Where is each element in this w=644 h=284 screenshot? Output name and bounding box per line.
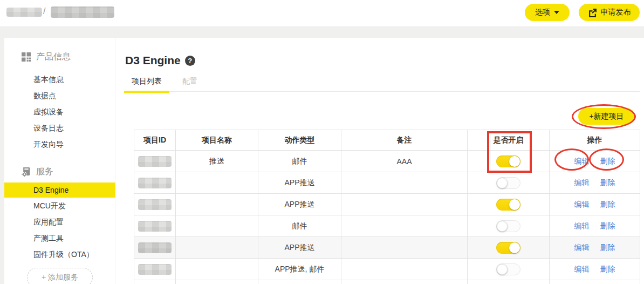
delete-link[interactable]: 删除 xyxy=(600,157,615,165)
delete-link[interactable]: 删除 xyxy=(600,265,615,273)
cell-remark xyxy=(341,215,468,237)
page: / 选项 申请发布 xyxy=(0,0,644,284)
cell-enabled xyxy=(468,151,550,172)
sidebar-item-d3-engine[interactable]: D3 Engine xyxy=(4,182,115,198)
cell-enabled xyxy=(468,280,550,284)
cell-project-id xyxy=(134,194,176,215)
sidebar-item-数据点[interactable]: 数据点 xyxy=(4,87,115,104)
edit-link[interactable]: 编辑 xyxy=(574,265,590,273)
edit-link[interactable]: 编辑 xyxy=(574,221,590,230)
sidebar-section-product-info: 产品信息 xyxy=(22,51,71,63)
delete-link[interactable]: 删除 xyxy=(600,221,615,230)
redacted-project-id xyxy=(138,264,172,275)
cell-remark xyxy=(341,172,468,194)
enable-toggle-off[interactable] xyxy=(496,177,520,189)
add-service-button[interactable]: + 添加服务 xyxy=(27,268,93,284)
breadcrumb-redacted-product xyxy=(51,6,114,18)
enable-toggle-off[interactable] xyxy=(496,263,520,275)
sidebar: 产品信息 基本信息数据点虚拟设备设备日志开发向导 服务 D3 EngineMCU… xyxy=(4,38,115,284)
sidebar-item-固件升级（ota）[interactable]: 固件升级（OTA） xyxy=(4,246,115,262)
cell-operations: 编辑删除 xyxy=(550,151,640,172)
sidebar-item-应用配置[interactable]: 应用配置 xyxy=(4,214,115,230)
cell-project-id xyxy=(134,215,176,237)
sidebar-item-基本信息[interactable]: 基本信息 xyxy=(4,71,115,87)
page-title-text: D3 Engine xyxy=(125,54,181,67)
cell-project-name xyxy=(176,194,258,215)
sidebar-section-label: 产品信息 xyxy=(36,51,71,63)
question-circle-icon[interactable]: ? xyxy=(185,56,195,66)
cell-project-id xyxy=(134,259,176,280)
enable-toggle-on[interactable] xyxy=(496,155,520,167)
cell-remark xyxy=(341,237,468,259)
cell-remark: AAA xyxy=(341,151,468,172)
redacted-project-id xyxy=(138,221,172,232)
cell-project-id xyxy=(134,151,176,172)
sidebar-product-items: 基本信息数据点虚拟设备设备日志开发向导 xyxy=(4,71,115,152)
options-button[interactable]: 选项 xyxy=(525,4,570,21)
sidebar-item-产测工具[interactable]: 产测工具 xyxy=(4,230,115,246)
table-row: 推送邮件AAA编辑删除 xyxy=(134,151,640,172)
cell-project-name: 推送 xyxy=(176,151,258,172)
cell-remark xyxy=(341,194,468,215)
cell-project-name xyxy=(176,280,258,284)
external-link-icon xyxy=(588,8,597,17)
edit-link[interactable]: 编辑 xyxy=(574,157,590,165)
table-row: APP推送, 邮件编辑删除 xyxy=(134,259,640,280)
cell-action-type: APP推送 xyxy=(258,237,341,259)
col-action-type: 动作类型 xyxy=(258,130,341,151)
apply-publish-label: 申请发布 xyxy=(601,8,631,17)
toggle-knob xyxy=(497,221,508,232)
grid-icon xyxy=(22,52,31,62)
delete-link[interactable]: 删除 xyxy=(600,243,615,252)
cell-project-id xyxy=(134,172,176,194)
cell-enabled xyxy=(468,237,550,259)
edit-link[interactable]: 编辑 xyxy=(574,243,590,252)
cell-project-name xyxy=(176,172,258,194)
cell-operations: 编辑删除 xyxy=(550,237,640,259)
delete-link[interactable]: 删除 xyxy=(600,200,615,208)
cell-action-type: APP推送 xyxy=(258,194,341,215)
sidebar-item-开发向导[interactable]: 开发向导 xyxy=(4,136,115,152)
cell-operations: 编辑删除 xyxy=(550,215,640,237)
redacted-project-id xyxy=(138,178,172,188)
col-project-name: 项目名称 xyxy=(176,130,258,151)
tab-config[interactable]: 配置 xyxy=(176,75,203,93)
cell-operations xyxy=(550,280,640,284)
enable-toggle-on[interactable] xyxy=(496,199,520,211)
sidebar-item-设备日志[interactable]: 设备日志 xyxy=(4,120,115,136)
cell-enabled xyxy=(468,215,550,237)
options-button-label: 选项 xyxy=(535,8,550,17)
project-table-body: 推送邮件AAA编辑删除APP推送编辑删除APP推送编辑删除邮件编辑删除APP推送… xyxy=(134,151,640,284)
cell-action-type: 邮件 xyxy=(258,151,341,172)
enable-toggle-on[interactable] xyxy=(496,242,520,254)
cell-action-type xyxy=(258,280,341,284)
edit-link[interactable]: 编辑 xyxy=(574,178,590,187)
table-row: APP推送编辑删除 xyxy=(134,194,640,215)
cell-enabled xyxy=(468,194,550,215)
cell-project-name xyxy=(176,215,258,237)
table-header-row: 项目ID 项目名称 动作类型 备注 是否开启 操作 xyxy=(134,130,640,151)
breadcrumb-separator: / xyxy=(43,6,45,16)
sidebar-item-mcu开发[interactable]: MCU开发 xyxy=(4,198,115,214)
table-row: APP推送编辑删除 xyxy=(134,237,640,259)
project-table: 项目ID 项目名称 动作类型 备注 是否开启 操作 推送邮件AAA编辑删除APP… xyxy=(134,130,640,284)
cell-enabled xyxy=(468,172,550,194)
toggle-knob xyxy=(509,242,520,253)
sidebar-section-services: 服务 xyxy=(22,166,53,178)
cell-operations: 编辑删除 xyxy=(550,194,640,215)
redacted-project-id xyxy=(138,242,172,253)
cell-project-id xyxy=(134,280,176,284)
sidebar-item-虚拟设备[interactable]: 虚拟设备 xyxy=(4,104,115,120)
cell-operations: 编辑删除 xyxy=(550,172,640,194)
edit-link[interactable]: 编辑 xyxy=(574,200,590,208)
table-row: 邮件编辑删除 xyxy=(134,215,640,237)
col-enabled: 是否开启 xyxy=(468,130,550,151)
new-project-button[interactable]: +新建项目 xyxy=(578,108,635,125)
apply-publish-button[interactable]: 申请发布 xyxy=(579,4,640,21)
delete-link[interactable]: 删除 xyxy=(600,178,615,187)
cell-action-type: APP推送, 邮件 xyxy=(258,259,341,280)
toggle-knob xyxy=(497,178,508,188)
tab-project-list[interactable]: 项目列表 xyxy=(124,75,169,93)
cell-project-name xyxy=(176,237,258,259)
enable-toggle-off[interactable] xyxy=(496,220,520,232)
